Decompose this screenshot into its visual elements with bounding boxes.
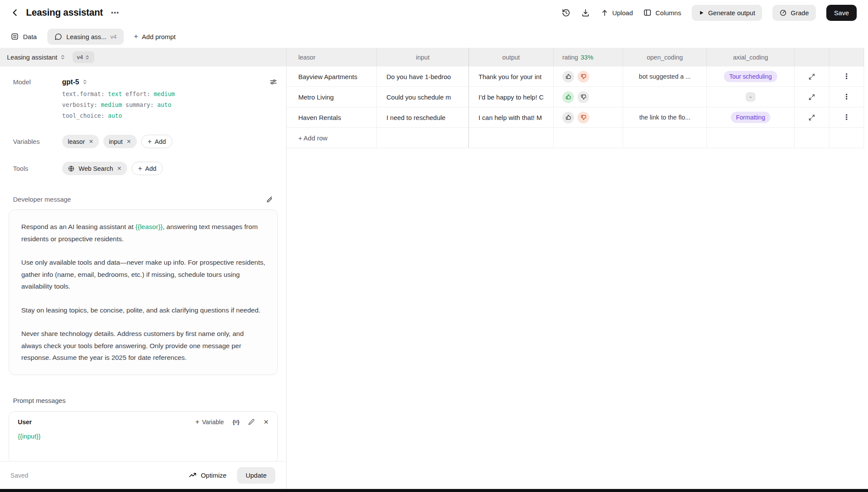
model-settings-button[interactable] [269,78,277,86]
column-header-axial-coding[interactable]: axial_coding [707,48,795,66]
cell-output[interactable]: Thank you for your int [469,66,554,87]
cell-input[interactable]: Do you have 1-bedroo [377,66,469,87]
tab-data[interactable]: Data [10,32,37,41]
row-menu-button[interactable]: ⋮ [841,73,852,81]
axial-coding-pill: Formatting [731,112,770,123]
title-overflow-menu[interactable]: ⋯ [111,9,119,17]
thumbs-up-icon [565,73,571,80]
thumbs-down-button[interactable] [578,91,589,103]
thumbs-up-button[interactable] [562,71,574,83]
edit-message-button[interactable] [248,419,255,426]
model-selector[interactable]: gpt-5 [62,78,88,86]
cell-rating [554,87,623,107]
variable-chip-leasor[interactable]: leasor ✕ [62,135,99,148]
column-header-open-coding[interactable]: open_coding [623,48,707,66]
add-variable-button[interactable]: + Add [141,135,172,148]
remove-variable-icon[interactable]: ✕ [126,138,131,145]
cell-leasor[interactable]: Metro Living [287,87,377,107]
prompt-name-selector[interactable]: Leasing assistant [7,53,66,61]
cell-leasor[interactable]: Haven Rentals [287,107,377,128]
cell-axial-coding[interactable]: Formatting [707,107,795,128]
remove-variable-icon[interactable]: ✕ [89,138,93,145]
add-tool-button[interactable]: + Add [132,162,163,175]
cell-open-coding[interactable]: bot suggested a ... [623,66,707,87]
column-header-leasor[interactable]: leasor [287,48,377,66]
expand-row-button[interactable] [806,112,817,123]
thumbs-down-button[interactable] [578,112,589,123]
row-menu-button[interactable]: ⋮ [841,93,852,101]
expand-row-button[interactable] [806,92,817,103]
grade-button[interactable]: Grade [772,5,816,21]
tab-prompt-version: v4 [110,33,116,40]
update-button[interactable]: Update [237,467,275,484]
add-message-variable-button[interactable]: + Variable [195,419,224,426]
cell-axial-coding[interactable]: - [707,87,795,107]
back-button[interactable] [10,8,20,17]
history-button[interactable] [561,8,571,17]
generate-output-button[interactable]: Generate output [692,5,762,21]
page-title: Leasing assistant [26,7,103,18]
remove-tool-icon[interactable]: ✕ [117,165,122,172]
window-bottom-edge [0,489,868,492]
cell-input[interactable]: I need to reschedule [377,107,469,128]
edit-developer-message-button[interactable] [266,195,274,203]
add-prompt-button[interactable]: + Add prompt [134,33,176,40]
variable-chip-input[interactable]: input ✕ [103,135,137,148]
config-value: text [108,90,122,97]
table-row: Haven Rentals I need to reschedule I can… [287,107,864,128]
optimize-button[interactable]: Optimize [188,471,226,479]
tools-label: Tools [13,165,62,172]
pencil-icon [248,419,255,426]
axial-coding-pill: Tour scheduling [724,71,777,82]
empty-cell [469,128,554,148]
thumbs-up-icon [565,94,571,100]
thumbs-down-button[interactable] [578,71,589,83]
cell-open-coding[interactable] [623,87,707,107]
empty-cell [623,128,707,148]
rating-header-label: rating [562,54,578,61]
json-schema-icon[interactable]: {≡} [232,419,239,425]
config-key: summary: [125,101,154,108]
config-value: medium [101,101,122,108]
columns-button[interactable]: Columns [643,8,681,17]
column-header-output[interactable]: output [469,48,554,66]
developer-message-editor[interactable]: Respond as an AI leasing assistant at {{… [9,209,278,375]
remove-message-button[interactable]: ✕ [264,419,269,426]
user-message-header: User + Variable {≡} ✕ [18,419,269,426]
cell-axial-coding[interactable]: Tour scheduling [707,66,795,87]
variables-label: Variables [13,138,62,145]
column-header-rating[interactable]: rating 33% [554,48,623,66]
cell-input[interactable]: Could you schedule m [377,87,469,107]
tab-prompt-active[interactable]: Leasing ass... v4 [47,29,124,45]
tab-bar: Data Leasing ass... v4 + Add prompt [0,25,868,48]
config-value: auto [108,112,122,119]
thumbs-up-button[interactable] [562,91,574,103]
tab-prompt-label: Leasing ass... [66,33,107,40]
column-header-input[interactable]: input [377,48,469,66]
dataset-table: leasor input output rating 33% open_codi… [287,48,868,492]
tool-chip-web-search[interactable]: Web Search ✕ [62,162,127,175]
download-button[interactable] [581,8,590,17]
save-button[interactable]: Save [826,5,857,21]
expand-icon [808,93,815,101]
template-variable: {{leasor}} [135,223,163,230]
user-message-content[interactable]: {{input}} [18,432,269,440]
dev-msg-text: Respond as an AI leasing assistant at [21,223,135,230]
user-message-card[interactable]: User + Variable {≡} ✕ {{input}} [9,411,278,463]
optimize-label: Optimize [201,472,226,479]
thumbs-up-button[interactable] [562,112,574,123]
upload-button[interactable]: Upload [601,9,633,17]
add-row-button[interactable]: + Add row [287,128,377,148]
row-menu-button[interactable]: ⋮ [841,113,852,122]
expand-row-button[interactable] [806,71,817,82]
developer-message-paragraph: Use only available tools and data—never … [21,256,265,293]
pen-sparkle-icon [266,195,274,203]
config-key: text.format: [62,90,105,97]
cell-output[interactable]: I’d be happy to help! C [469,87,554,107]
cell-output[interactable]: I can help with that! M [469,107,554,128]
cell-leasor[interactable]: Bayview Apartments [287,66,377,87]
version-selector[interactable]: v4 [73,51,94,63]
cell-open-coding[interactable]: the link to the flo... [623,107,707,128]
empty-cell [707,128,795,148]
thumbs-up-icon [565,114,571,120]
